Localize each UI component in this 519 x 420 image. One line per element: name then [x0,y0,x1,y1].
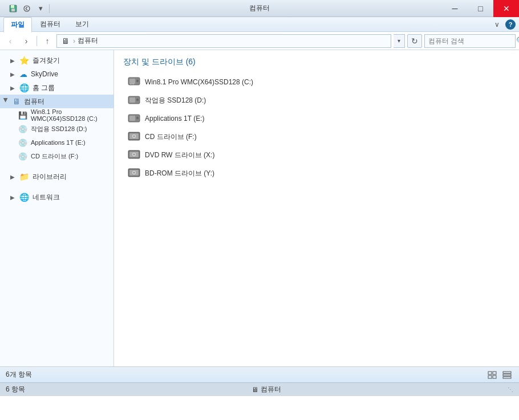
expand-favorites-icon: ▶ [9,57,16,64]
svg-rect-5 [129,79,135,84]
svg-rect-28 [493,372,496,374]
drive-item-e[interactable]: Applications 1T (E:) [123,111,510,127]
svg-rect-31 [503,372,511,373]
address-path-icon: 🖥 [62,36,70,46]
maximize-button[interactable]: □ [468,0,493,17]
svg-point-18 [133,135,135,136]
drive-c-content-icon [128,75,140,89]
drive-e-icon: 💿 [18,138,27,147]
svg-point-14 [136,117,139,119]
drive-item-d[interactable]: 작업용 SSD128 (D:) [123,92,510,108]
close-button[interactable]: ✕ [493,0,519,17]
search-icon: 🔍 [516,36,519,45]
window-controls: ─ □ ✕ [442,0,519,17]
drive-item-y[interactable]: BD-ROM 드라이브 (Y:) [123,165,510,181]
forward-button[interactable]: › [19,34,33,48]
window-title: 컴퓨터 [249,3,270,13]
sidebar-item-drive-c[interactable]: 💾 Win8.1 Pro WMC(X64)SSD128 (C:) [0,108,113,122]
sidebar-item-drive-d[interactable]: 💿 작업용 SSD128 (D:) [0,122,113,136]
details-view-btn[interactable] [486,369,498,381]
title-bar: ▾ 컴퓨터 ─ □ ✕ [0,0,519,17]
svg-rect-30 [493,376,496,378]
taskbar-computer-icon: 🖥 [252,386,258,394]
tab-computer[interactable]: 컴퓨터 [33,17,67,31]
drive-e-content-label: Applications 1T (E:) [145,115,205,123]
address-path-separator: › [73,37,75,45]
address-dropdown-btn[interactable]: ▾ [394,34,405,48]
content-area: 장치 및 드라이브 (6) Win8.1 Pro WMC(X64)SSD128 … [114,50,519,366]
sidebar-item-computer[interactable]: ▶ 🖥 컴퓨터 [0,95,113,108]
tab-file[interactable]: 파일 [3,17,32,32]
list-view-btn[interactable] [501,369,513,381]
expand-network-icon: ▶ [9,194,16,201]
sidebar-skydrive-label: SkyDrive [31,70,58,78]
svg-rect-29 [488,376,492,378]
expand-skydrive-icon: ▶ [9,71,16,78]
search-box: 🔍 [424,34,516,48]
drive-d-content-icon [128,94,140,107]
sidebar: ▶ ⭐ 즐겨찾기 ▶ ☁ SkyDrive ▶ 🌐 홈 그룹 ▶ 🖥 컴퓨터 💾… [0,50,114,366]
qat-icon2[interactable] [21,2,33,15]
tab-view[interactable]: 보기 [68,17,96,31]
sidebar-item-drive-e[interactable]: 💿 Applications 1T (E:) [0,136,113,149]
sidebar-computer-label: 컴퓨터 [24,97,44,107]
svg-rect-10 [129,97,135,103]
svg-point-3 [24,6,30,11]
drive-f-icon: 💿 [18,152,27,161]
drive-d-icon: 💿 [18,125,27,133]
sidebar-item-library[interactable]: ▶ 📁 라이브러리 [0,170,113,184]
expand-library-icon: ▶ [9,173,16,180]
up-button[interactable]: ↑ [40,34,54,48]
refresh-button[interactable]: ↻ [407,34,422,48]
qat-dropdown-icon[interactable]: ▾ [34,2,47,15]
drive-x-content-icon [128,149,140,162]
qat-save-icon[interactable] [7,2,19,15]
address-path-text: 컴퓨터 [78,36,98,46]
network-icon: 🌐 [19,193,29,202]
sidebar-network-label: 네트워크 [33,193,60,202]
svg-rect-1 [11,5,14,8]
help-icon[interactable]: ? [505,19,516,30]
ribbon-collapse-icon[interactable]: ∨ [490,18,503,31]
ribbon-tabs: 파일 컴퓨터 보기 ∨ ? [0,17,519,32]
item-count: 6개 항목 [6,370,32,380]
sidebar-item-network[interactable]: ▶ 🌐 네트워크 [0,190,113,204]
sidebar-drive-d-label: 작업용 SSD128 (D:) [31,125,87,133]
drive-item-f[interactable]: CD 드라이브 (F:) [123,129,510,145]
sidebar-item-homegroup[interactable]: ▶ 🌐 홈 그룹 [0,81,113,95]
computer-icon: 🖥 [13,97,21,106]
drive-x-content-label: DVD RW 드라이브 (X:) [145,150,214,160]
drive-d-content-label: 작업용 SSD128 (D:) [145,96,206,105]
view-controls [486,369,513,381]
drive-item-c[interactable]: Win8.1 Pro WMC(X64)SSD128 (C:) [123,74,510,90]
drive-e-content-icon [128,112,140,125]
back-button[interactable]: ‹ [3,34,17,48]
svg-rect-2 [11,9,15,11]
drive-y-content-icon [128,167,140,180]
address-path[interactable]: 🖥 › 컴퓨터 [56,34,391,48]
svg-rect-32 [503,374,511,376]
svg-rect-8 [132,84,134,84]
sidebar-item-skydrive[interactable]: ▶ ☁ SkyDrive [0,67,113,81]
drive-y-content-label: BD-ROM 드라이브 (Y:) [145,169,214,178]
sidebar-item-favorites[interactable]: ▶ ⭐ 즐겨찾기 [0,54,113,67]
svg-rect-27 [488,372,492,374]
sidebar-item-drive-f[interactable]: 💿 CD 드라이브 (F:) [0,149,113,163]
svg-rect-7 [130,84,132,84]
svg-point-26 [133,172,135,173]
expand-computer-icon: ▶ [2,98,9,105]
svg-point-6 [136,80,139,82]
svg-point-22 [133,153,135,154]
skydrive-icon: ☁ [19,70,27,79]
drive-f-content-icon [128,131,140,144]
minimize-button[interactable]: ─ [442,0,468,17]
svg-point-11 [136,99,139,101]
drive-c-icon: 💾 [18,111,27,120]
sidebar-drive-f-label: CD 드라이브 (F:) [31,152,78,161]
drive-item-x[interactable]: DVD RW 드라이브 (X:) [123,147,510,163]
drive-f-content-label: CD 드라이브 (F:) [145,132,197,142]
search-input[interactable] [428,37,514,45]
drive-c-content-label: Win8.1 Pro WMC(X64)SSD128 (C:) [145,78,253,86]
taskbar-location[interactable]: 🖥 컴퓨터 [252,385,281,394]
main-container: ▶ ⭐ 즐겨찾기 ▶ ☁ SkyDrive ▶ 🌐 홈 그룹 ▶ 🖥 컴퓨터 💾… [0,50,519,366]
